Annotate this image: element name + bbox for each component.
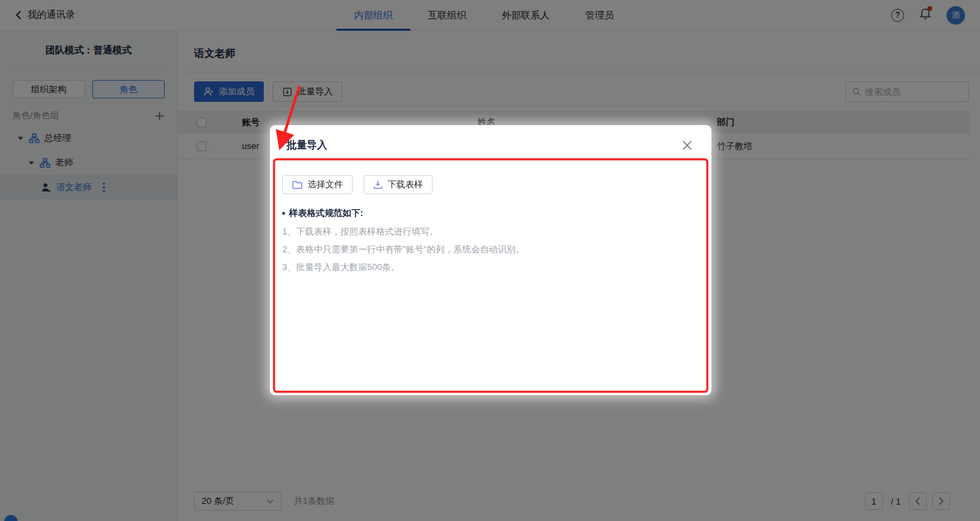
choose-file-label: 选择文件 bbox=[308, 178, 343, 191]
close-icon[interactable] bbox=[681, 139, 694, 152]
spec-title-row: 样表格式规范如下: bbox=[282, 207, 699, 219]
modal-buttons: 选择文件 下载表样 bbox=[282, 175, 699, 194]
spec-rule-1: 1、下载表样，按照表样格式进行填写。 bbox=[282, 226, 699, 237]
batch-import-modal: 批量导入 选择文件 下载表样 bbox=[270, 125, 711, 395]
bullet-dot bbox=[282, 212, 285, 215]
modal-title: 批量导入 bbox=[286, 139, 327, 152]
spec-title: 样表格式规范如下: bbox=[289, 207, 363, 219]
modal-body: 选择文件 下载表样 样表格式规范如下: 1、下载表样，按照表样格式进行填写。 2… bbox=[270, 159, 711, 273]
choose-file-button[interactable]: 选择文件 bbox=[282, 175, 353, 194]
spec-rule-3: 3、批量导入最大数据500条。 bbox=[282, 261, 699, 273]
folder-icon bbox=[292, 181, 303, 189]
download-template-button[interactable]: 下载表样 bbox=[364, 175, 433, 194]
modal-header: 批量导入 bbox=[270, 125, 711, 159]
download-template-label: 下载表样 bbox=[387, 178, 423, 191]
spec-rule-2: 2、表格中只需要第一行中有带"账号"的列，系统会自动识别。 bbox=[282, 243, 699, 255]
download-icon bbox=[373, 180, 383, 189]
